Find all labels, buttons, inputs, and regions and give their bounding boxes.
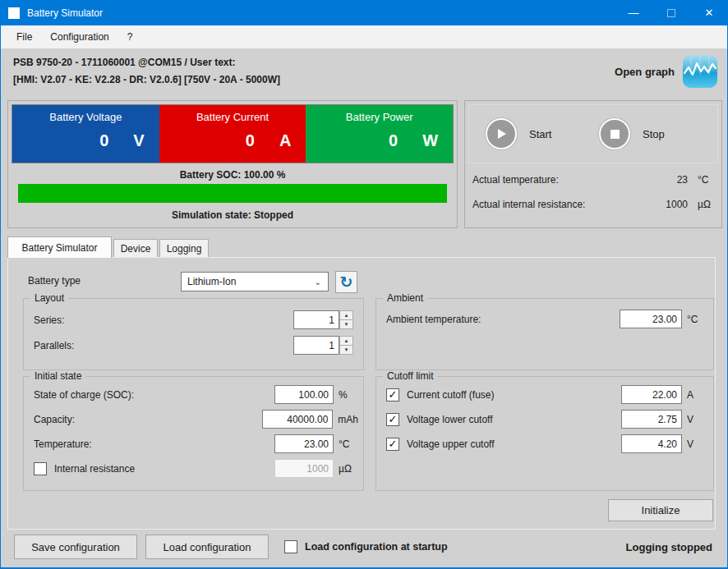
tab-battery-simulator[interactable]: Battery Simulator [7,236,112,258]
series-input[interactable] [293,310,339,329]
control-panel: Start Stop Actual temperature: 23 °C Act… [464,100,722,228]
current-cutoff-checkbox[interactable]: ✓ [386,388,399,402]
internal-resistance-input [274,459,334,478]
meter-row: Battery Voltage 0V Battery Current 0A Ba… [12,104,454,163]
series-down-button[interactable]: ▼ [339,320,353,329]
battery-type-label: Battery type [28,275,81,287]
tab-device[interactable]: Device [113,239,158,258]
battery-voltage-value: 0 [99,131,108,150]
current-cutoff-unit: A [682,389,707,401]
minimize-icon: — [629,7,639,19]
capacity-input[interactable] [262,410,333,429]
initialize-button[interactable]: Initialize [608,499,713,521]
ambient-temperature-input[interactable] [620,310,682,328]
parallels-stepper: ▲▼ [293,336,353,355]
initialize-button-label: Initialize [642,504,680,516]
save-configuration-button[interactable]: Save configuration [14,535,137,559]
actual-temperature-row: Actual temperature: 23 °C [472,174,716,186]
maximize-button[interactable] [652,0,690,25]
battery-type-dropdown[interactable]: Lithium-Ion ⌄ [181,272,329,291]
battery-current-label: Battery Current [159,111,306,123]
battery-voltage-meter: Battery Voltage 0V [12,105,159,163]
voltage-lower-cutoff-label: Voltage lower cutoff [407,414,493,425]
cutoff-limit-group-title: Cutoff limit [383,370,437,382]
start-label: Start [529,128,551,140]
layout-group-title: Layout [30,292,68,304]
soc-input[interactable] [274,385,334,404]
series-label: Series: [34,314,64,326]
load-config-at-startup-label: Load configuration at startup [305,541,448,553]
start-button[interactable]: Start [486,118,551,149]
battery-soc-label: Battery SOC: 100.00 % [8,169,457,181]
initial-state-group: Initial state State of charge (SOC): % C… [23,376,364,491]
ambient-group-title: Ambient [383,292,427,304]
stop-icon [599,118,630,149]
voltage-upper-cutoff-input[interactable] [621,434,682,453]
logging-status-label: Logging stopped [626,541,712,553]
load-configuration-button[interactable]: Load configuration [145,535,269,559]
menu-help[interactable]: ? [118,27,142,47]
parallels-label: Parallels: [34,340,74,351]
tab-battery-simulator-label: Battery Simulator [21,242,97,254]
capacity-label: Capacity: [34,414,75,425]
current-cutoff-input[interactable] [621,385,682,404]
maximize-icon [667,9,675,17]
refresh-icon: ↻ [340,273,353,291]
stop-button[interactable]: Stop [599,118,665,149]
battery-current-value: 0 [246,131,255,150]
load-config-at-startup-checkbox[interactable] [284,540,297,553]
battery-power-unit: W [422,131,438,150]
battery-current-meter: Battery Current 0A [159,105,306,163]
series-up-button[interactable]: ▲ [339,310,353,320]
actual-temperature-unit: °C [688,174,716,186]
parallels-input[interactable] [293,336,339,355]
battery-type-value: Lithium-Ion [187,276,236,287]
voltage-upper-cutoff-checkbox[interactable]: ✓ [386,438,399,451]
actual-resistance-unit: µΩ [688,199,716,210]
ambient-temperature-unit: °C [682,314,707,325]
battery-voltage-label: Battery Voltage [12,111,159,123]
device-info-line1: PSB 9750-20 - 1711060001 @COM15 / User t… [13,54,280,71]
series-stepper: ▲▼ [293,310,353,329]
close-button[interactable]: ✕ [690,0,728,25]
open-graph-button[interactable]: Open graph [615,55,717,88]
initial-temperature-input[interactable] [274,434,334,453]
minimize-button[interactable]: — [615,0,652,25]
play-icon [486,118,517,149]
battery-voltage-unit: V [133,131,144,150]
battery-power-label: Battery Power [306,111,453,123]
internal-resistance-checkbox[interactable] [34,462,47,475]
menu-bar: File Configuration ? [1,25,727,48]
graph-icon [683,55,717,88]
voltage-upper-cutoff-label: Voltage upper cutoff [407,438,495,450]
soc-unit: % [334,389,358,401]
menu-file[interactable]: File [7,27,41,47]
tab-logging[interactable]: Logging [159,239,209,258]
voltage-upper-cutoff-unit: V [682,438,707,450]
actual-resistance-label: Actual internal resistance: [472,199,650,210]
layout-group: Layout Series: ▲▼ Parallels: ▲▼ [23,298,364,370]
device-info-header: PSB 9750-20 - 1711060001 @COM15 / User t… [1,48,727,95]
actual-resistance-row: Actual internal resistance: 1000 µΩ [472,199,716,210]
parallels-up-button[interactable]: ▲ [339,336,353,346]
capacity-unit: mAh [333,414,358,425]
save-configuration-label: Save configuration [31,541,120,553]
ambient-temperature-label: Ambient temperature: [386,314,481,325]
initial-temperature-unit: °C [334,438,358,450]
actual-temperature-value: 23 [650,174,688,186]
measurement-panel: Battery Voltage 0V Battery Current 0A Ba… [7,100,458,228]
voltage-lower-cutoff-checkbox[interactable]: ✓ [386,413,399,426]
battery-current-unit: A [279,131,291,150]
internal-resistance-unit: µΩ [334,463,358,475]
parallels-down-button[interactable]: ▼ [339,346,353,355]
initial-temperature-label: Temperature: [34,438,92,450]
soc-progress-bar [18,184,447,203]
refresh-battery-type-button[interactable]: ↻ [335,271,357,293]
menu-configuration[interactable]: Configuration [41,27,117,47]
start-stop-box: Start Stop [468,104,718,163]
voltage-lower-cutoff-input[interactable] [621,410,682,429]
ambient-group: Ambient Ambient temperature: °C [376,298,714,370]
chevron-down-icon: ⌄ [315,278,321,287]
tab-device-label: Device [121,243,151,255]
simulation-state-label: Simulation state: Stopped [8,209,457,221]
